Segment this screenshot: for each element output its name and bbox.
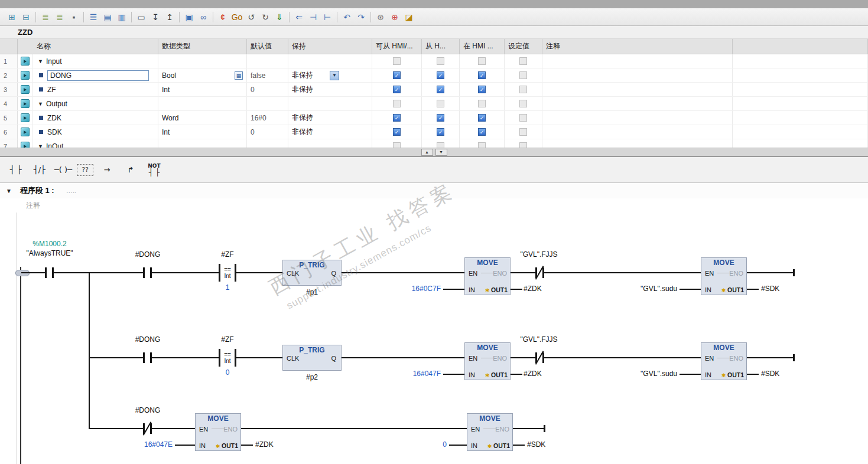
en-pin[interactable]: EN: [469, 355, 477, 362]
add-output-icon[interactable]: ∗: [485, 371, 490, 378]
out1-pin[interactable]: ∗OUT1: [721, 286, 744, 293]
add-output-icon[interactable]: ∗: [215, 442, 220, 449]
hmi-visible-checkbox[interactable]: ✓: [478, 86, 486, 93]
type-cell[interactable]: [158, 139, 247, 148]
ptrig-block[interactable]: P_TRIG CLK Q: [282, 260, 342, 286]
constant-label[interactable]: 16#047F: [384, 370, 441, 378]
keep-actual-values-icon[interactable]: ▪: [67, 11, 80, 24]
operand-label[interactable]: #SDK: [761, 370, 797, 378]
constant-label[interactable]: 0: [214, 368, 241, 377]
contact-bar[interactable]: [143, 267, 145, 278]
setpoint-checkbox[interactable]: [519, 100, 527, 107]
operand-label[interactable]: #ZF: [208, 250, 247, 259]
retain-cell[interactable]: 非保持: [288, 125, 372, 139]
compare-box[interactable]: == Int: [219, 264, 236, 282]
expand-triangle-icon[interactable]: ▼: [38, 58, 43, 64]
hmi-visible-checkbox[interactable]: ✓: [478, 114, 486, 122]
eno-pin[interactable]: ENO: [729, 355, 743, 362]
header-default-value[interactable]: 默认值: [247, 39, 288, 54]
hmi-writable-checkbox[interactable]: [437, 142, 444, 148]
setpoint-checkbox[interactable]: [519, 128, 527, 136]
en-pin[interactable]: EN: [705, 355, 714, 362]
operand-label[interactable]: "AlwaysTRUE": [18, 249, 82, 257]
edit-db-icon[interactable]: ◪: [402, 11, 415, 24]
name-cell[interactable]: SDK: [33, 125, 158, 139]
retain-dropdown-icon[interactable]: ▼: [330, 71, 339, 80]
header-hmi-visible[interactable]: 在 HMI ...: [460, 39, 505, 54]
download-values-icon[interactable]: ↧: [149, 11, 162, 24]
setpoint-checkbox[interactable]: [519, 142, 527, 148]
splitter-up-button[interactable]: ▲: [421, 149, 433, 156]
type-cell[interactable]: Int: [158, 83, 247, 96]
network-title[interactable]: 程序段 1 :: [20, 185, 54, 196]
monitor-on-off-icon[interactable]: ∞: [197, 11, 210, 24]
default-cell[interactable]: 0: [247, 83, 288, 96]
pane-splitter[interactable]: ▲ ▼: [0, 148, 868, 157]
comment-icon[interactable]: ▭: [135, 11, 148, 24]
empty-box-button[interactable]: ??: [77, 164, 93, 176]
retain-cell[interactable]: 非保持: [288, 111, 372, 125]
hmi-visible-checkbox[interactable]: [478, 57, 486, 65]
out1-pin[interactable]: ∗OUT1: [215, 442, 238, 449]
no-contact-button[interactable]: ┤ ├: [6, 162, 26, 178]
type-cell[interactable]: [158, 54, 247, 68]
retain-cell[interactable]: 非保持: [288, 83, 372, 96]
hmi-writable-checkbox[interactable]: [437, 100, 444, 107]
hmi-accessible-checkbox[interactable]: [393, 142, 401, 148]
operand-label[interactable]: "GVL".sudu: [620, 370, 677, 378]
reset-start-values-icon[interactable]: ≣: [39, 11, 52, 24]
move-block[interactable]: MOVE EN ENO IN ∗OUT1: [195, 413, 241, 451]
break-call-icon[interactable]: ¢: [216, 11, 229, 24]
out1-pin[interactable]: ∗OUT1: [485, 371, 508, 378]
expand-box-icon[interactable]: ▣: [183, 11, 196, 24]
setpoint-checkbox[interactable]: [519, 114, 527, 122]
eno-pin[interactable]: ENO: [223, 426, 238, 433]
in-pin[interactable]: IN: [471, 442, 477, 449]
en-pin[interactable]: EN: [469, 270, 477, 277]
settings-icon[interactable]: ⊛: [374, 11, 387, 24]
eno-pin[interactable]: ENO: [493, 355, 507, 362]
clk-pin[interactable]: CLK: [287, 355, 299, 362]
header-retain[interactable]: 保持: [288, 39, 372, 54]
name-cell[interactable]: ▼Output: [33, 97, 158, 110]
constant-label[interactable]: 16#047E: [116, 440, 173, 449]
out1-pin[interactable]: ∗OUT1: [721, 371, 744, 378]
comment-cell[interactable]: [542, 125, 733, 139]
en-pin[interactable]: EN: [471, 426, 480, 433]
eno-pin[interactable]: ENO: [493, 270, 507, 277]
retain-cell[interactable]: [288, 54, 372, 68]
insert-row-icon[interactable]: ⊞: [5, 11, 18, 24]
align-right-icon[interactable]: ⊢: [321, 11, 334, 24]
operand-label[interactable]: "GVL".FJJS: [509, 250, 568, 259]
operand-label[interactable]: #SDK: [527, 440, 563, 449]
type-cell[interactable]: Int: [158, 125, 247, 139]
header-name[interactable]: 名称: [18, 39, 158, 54]
hmi-accessible-checkbox[interactable]: ✓: [393, 114, 401, 122]
expand-all-icon[interactable]: ☰: [87, 11, 100, 24]
constant-label[interactable]: 16#0C7F: [384, 285, 441, 293]
nc-contact-button[interactable]: ┤/├: [30, 162, 50, 178]
operand-label[interactable]: "GVL".sudu: [620, 285, 677, 293]
hmi-visible-checkbox[interactable]: ✓: [478, 71, 486, 79]
default-cell[interactable]: [247, 54, 288, 68]
in-pin[interactable]: IN: [705, 371, 711, 378]
operand-label[interactable]: #DONG: [126, 250, 169, 259]
type-cell[interactable]: Word: [158, 111, 247, 125]
hmi-accessible-checkbox[interactable]: ✓: [393, 128, 401, 136]
expand-triangle-icon[interactable]: ▼: [38, 143, 43, 148]
name-edit-input[interactable]: DONG: [47, 70, 149, 81]
splitter-down-button[interactable]: ▼: [435, 149, 447, 156]
operand-label[interactable]: #SDK: [761, 285, 797, 293]
move-block[interactable]: MOVE EN ENO IN ∗OUT1: [701, 342, 747, 380]
out1-pin[interactable]: ∗OUT1: [487, 442, 510, 449]
constant-label[interactable]: 0: [390, 440, 447, 449]
en-pin[interactable]: EN: [199, 426, 208, 433]
default-cell[interactable]: [247, 139, 288, 148]
instance-label[interactable]: #p1: [282, 288, 342, 296]
in-pin[interactable]: IN: [199, 442, 206, 449]
contact-bar[interactable]: [143, 352, 145, 363]
contact-bar[interactable]: [45, 267, 47, 278]
eno-pin[interactable]: ENO: [495, 426, 509, 433]
add-output-icon[interactable]: ∗: [485, 286, 490, 293]
expand-triangle-icon[interactable]: ▼: [38, 101, 43, 107]
